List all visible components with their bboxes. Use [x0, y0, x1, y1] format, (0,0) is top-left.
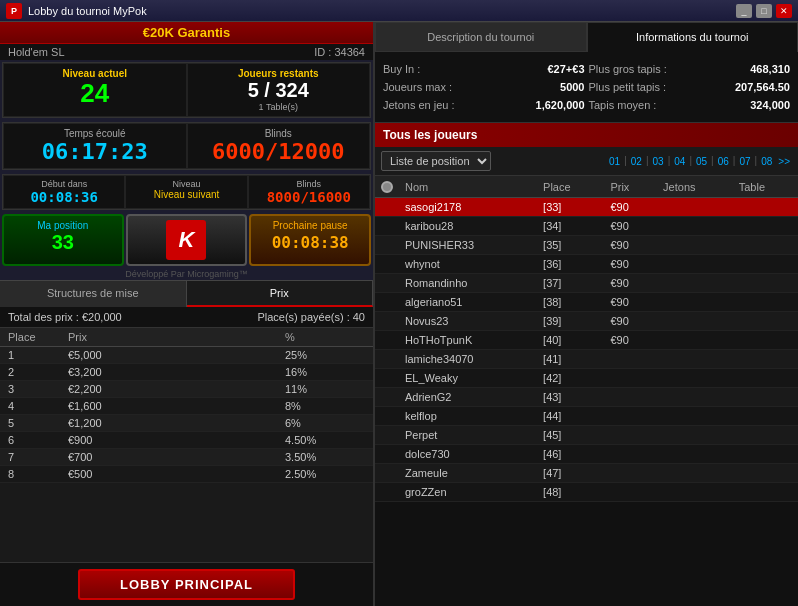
- tab-informations[interactable]: Informations du tournoi: [587, 22, 799, 52]
- temps-cell: Temps écoulé 06:17:23: [3, 123, 187, 169]
- prize-row: 8 €500 2.50%: [0, 466, 373, 483]
- player-nom: AdrienG2: [399, 388, 537, 407]
- player-row[interactable]: Perpet [45]: [375, 426, 798, 445]
- minimize-button[interactable]: _: [736, 4, 752, 18]
- page-link-05[interactable]: 05: [694, 155, 709, 168]
- prize-pct: 25%: [285, 349, 365, 361]
- player-prix: €90: [604, 255, 657, 274]
- player-row[interactable]: PUNISHER33 [35] €90: [375, 236, 798, 255]
- col-icon: [375, 176, 399, 198]
- prize-row: 1 €5,000 25%: [0, 347, 373, 364]
- col-place: Place: [537, 176, 604, 198]
- player-icon-cell: [375, 274, 399, 293]
- player-nom: Novus23: [399, 312, 537, 331]
- player-jetons: [657, 464, 733, 483]
- page-sep: |: [624, 155, 627, 168]
- player-table: [733, 312, 798, 331]
- prize-place: 4: [8, 400, 68, 412]
- gros-tapis-label: Plus gros tapis :: [589, 63, 667, 75]
- player-row[interactable]: AdrienG2 [43]: [375, 388, 798, 407]
- page-sep: |: [755, 155, 758, 168]
- player-place: [33]: [537, 198, 604, 217]
- player-jetons: [657, 426, 733, 445]
- prize-col-place: Place: [8, 331, 68, 343]
- prize-row: 3 €2,200 11%: [0, 381, 373, 398]
- page-sep: |: [733, 155, 736, 168]
- player-place: [44]: [537, 407, 604, 426]
- player-row[interactable]: kelflop [44]: [375, 407, 798, 426]
- prize-total-label: Total des prix : €20,000: [8, 311, 122, 323]
- tapis-moyen-value: 324,000: [750, 99, 790, 111]
- player-icon-cell: [375, 350, 399, 369]
- lobby-principal-button[interactable]: LOBBY PRINCIPAL: [78, 569, 295, 600]
- player-row[interactable]: dolce730 [46]: [375, 445, 798, 464]
- player-table: [733, 274, 798, 293]
- page-sep: |: [711, 155, 714, 168]
- player-row[interactable]: karibou28 [34] €90: [375, 217, 798, 236]
- player-row[interactable]: EL_Weaky [42]: [375, 369, 798, 388]
- player-nom: Perpet: [399, 426, 537, 445]
- prize-row: 5 €1,200 6%: [0, 415, 373, 432]
- player-row[interactable]: lamiche34070 [41]: [375, 350, 798, 369]
- close-button[interactable]: ✕: [776, 4, 792, 18]
- prize-pct: 3.50%: [285, 451, 365, 463]
- page-nav-next[interactable]: >>: [776, 155, 792, 168]
- player-row[interactable]: Romandinho [37] €90: [375, 274, 798, 293]
- players-table-wrap[interactable]: Nom Place Prix Jetons Table sasogi2178 […: [375, 176, 798, 606]
- tab-description[interactable]: Description du tournoi: [375, 22, 587, 52]
- k-logo: K: [166, 220, 206, 260]
- player-nom: groZZen: [399, 483, 537, 502]
- next-blinds-label: Blinds: [255, 179, 363, 189]
- prize-place: 1: [8, 349, 68, 361]
- filter-select[interactable]: Liste de position: [381, 151, 491, 171]
- player-row[interactable]: Zameule [47]: [375, 464, 798, 483]
- page-link-03[interactable]: 03: [651, 155, 666, 168]
- player-row[interactable]: sasogi2178 [33] €90: [375, 198, 798, 217]
- page-link-01[interactable]: 01: [607, 155, 622, 168]
- prize-total-row: Total des prix : €20,000 Place(s) payée(…: [0, 307, 373, 328]
- prize-place: 8: [8, 468, 68, 480]
- prize-row: 7 €700 3.50%: [0, 449, 373, 466]
- player-table: [733, 293, 798, 312]
- page-link-02[interactable]: 02: [629, 155, 644, 168]
- page-sep: |: [668, 155, 671, 168]
- player-table: [733, 369, 798, 388]
- tourney-meta: Hold'em SL ID : 34364: [0, 44, 373, 60]
- player-row[interactable]: HoTHoTpunK [40] €90: [375, 331, 798, 350]
- player-icon-cell: [375, 236, 399, 255]
- player-place: [42]: [537, 369, 604, 388]
- joueurs-max-row: Joueurs max : 5000: [383, 78, 585, 96]
- player-nom: karibou28: [399, 217, 537, 236]
- page-link-07[interactable]: 07: [737, 155, 752, 168]
- tourney-id: ID : 34364: [314, 46, 365, 58]
- tab-structures[interactable]: Structures de mise: [0, 281, 187, 307]
- page-link-06[interactable]: 06: [716, 155, 731, 168]
- page-link-08[interactable]: 08: [759, 155, 774, 168]
- debut-cell: Début dans 00:08:36: [3, 175, 125, 209]
- info-left-col: Buy In : €27+€3 Joueurs max : 5000 Jeton…: [383, 60, 585, 114]
- player-icon-cell: [375, 388, 399, 407]
- maximize-button[interactable]: □: [756, 4, 772, 18]
- player-row[interactable]: algeriano51 [38] €90: [375, 293, 798, 312]
- player-prix: €90: [604, 293, 657, 312]
- prize-section: Total des prix : €20,000 Place(s) payée(…: [0, 307, 373, 562]
- player-row[interactable]: whynot [36] €90: [375, 255, 798, 274]
- player-row[interactable]: Novus23 [39] €90: [375, 312, 798, 331]
- player-place: [41]: [537, 350, 604, 369]
- stats-grid: Niveau actuel 24 Joueurs restants 5 / 32…: [2, 62, 371, 118]
- jetons-value: 1,620,000: [536, 99, 585, 111]
- prize-pct: 16%: [285, 366, 365, 378]
- col-prix: Prix: [604, 176, 657, 198]
- prize-row: 6 €900 4.50%: [0, 432, 373, 449]
- player-table: [733, 388, 798, 407]
- window-controls[interactable]: _ □ ✕: [736, 4, 792, 18]
- game-type: Hold'em SL: [8, 46, 65, 58]
- player-row[interactable]: groZZen [48]: [375, 483, 798, 502]
- blinds-cell: Blinds 6000/12000: [187, 123, 371, 169]
- left-panel: €20K Garantis Hold'em SL ID : 34364 Nive…: [0, 22, 375, 606]
- player-nom: sasogi2178: [399, 198, 537, 217]
- players-table-head: Nom Place Prix Jetons Table: [375, 176, 798, 198]
- page-link-04[interactable]: 04: [672, 155, 687, 168]
- tab-prix[interactable]: Prix: [187, 281, 374, 307]
- prize-table-body[interactable]: 1 €5,000 25% 2 €3,200 16% 3 €2,200 11% 4…: [0, 347, 373, 562]
